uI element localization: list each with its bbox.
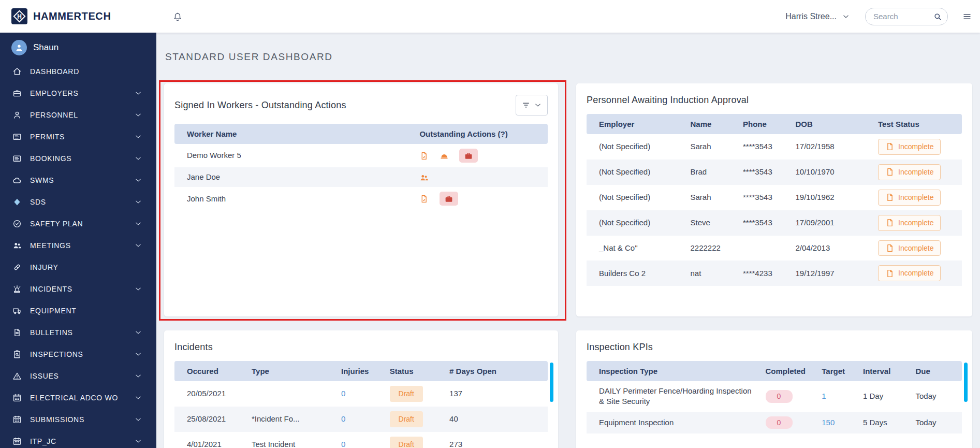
chevron-down-icon bbox=[134, 371, 143, 381]
main-content: STANDARD USER DASHBOARD Signed In Worker… bbox=[156, 33, 980, 448]
search-input[interactable] bbox=[873, 12, 933, 21]
top-bar: H HAMMERTECH Harris Stree... bbox=[0, 0, 980, 33]
hammertech-logo-icon: H bbox=[11, 8, 27, 24]
sidebar-item-itp-jc[interactable]: ITP_JC bbox=[0, 430, 156, 448]
injuries-link[interactable]: 0 bbox=[341, 440, 345, 448]
search-icon[interactable] bbox=[933, 12, 942, 21]
clipboard-search-icon bbox=[12, 350, 22, 359]
table-scrollbar[interactable] bbox=[550, 363, 553, 402]
calendar-grid-icon bbox=[12, 393, 22, 402]
briefcase-alert-action[interactable] bbox=[440, 192, 458, 206]
card-title: Incidents bbox=[174, 342, 213, 353]
cell-completed: 0 bbox=[759, 412, 816, 434]
notifications-button[interactable] bbox=[173, 12, 182, 21]
people-group-icon bbox=[419, 173, 429, 182]
cell-occured: 4/01/2021 bbox=[174, 432, 245, 448]
briefcase-alert-action[interactable] bbox=[459, 149, 478, 163]
booking-card-icon bbox=[12, 154, 22, 163]
person-icon bbox=[12, 110, 22, 120]
cell-worker-name: John Smith bbox=[174, 187, 413, 210]
cell-phone: ****3543 bbox=[737, 160, 789, 185]
truck-icon bbox=[12, 306, 22, 315]
cell-phone: ****3543 bbox=[737, 185, 789, 210]
injuries-link[interactable]: 0 bbox=[341, 414, 345, 423]
cell-dob: 17/09/2001 bbox=[789, 210, 872, 236]
sidebar-item-equipment[interactable]: EQUIPMENT bbox=[0, 300, 156, 322]
sidebar-item-inspections[interactable]: INSPECTIONS bbox=[0, 343, 156, 365]
sidebar-item-safety-plan[interactable]: SAFETY PLAN bbox=[0, 213, 156, 235]
table-row: 4/01/2021 Test Incident 0 Draft 273 bbox=[174, 432, 548, 448]
hard-hat-action[interactable] bbox=[440, 151, 449, 161]
cell-phone: ****4233 bbox=[737, 261, 789, 286]
document-action[interactable] bbox=[419, 194, 429, 204]
column-header-phone: Phone bbox=[737, 114, 789, 134]
site-selector[interactable]: Harris Stree... bbox=[785, 12, 851, 21]
cell-target: 150 bbox=[815, 412, 857, 434]
target-link[interactable]: 150 bbox=[822, 418, 835, 427]
cell-occured: 25/08/2021 bbox=[174, 407, 245, 432]
sidebar-item-issues[interactable]: ISSUES bbox=[0, 365, 156, 387]
sidebar-item-employers[interactable]: EMPLOYERS bbox=[0, 82, 156, 104]
sidebar-item-personnel[interactable]: PERSONNEL bbox=[0, 104, 156, 126]
cell-test-status: Incomplete bbox=[872, 210, 962, 236]
cell-employer: Builders Co 2 bbox=[587, 261, 684, 286]
chevron-down-icon bbox=[134, 132, 143, 141]
sidebar-item-electrical-adco-wo[interactable]: ELECTRICAL ADCO WO bbox=[0, 387, 156, 409]
table-scrollbar[interactable] bbox=[964, 363, 968, 402]
column-header-due: Due bbox=[910, 361, 962, 381]
sidebar-item-meetings[interactable]: MEETINGS bbox=[0, 235, 156, 256]
column-header-test-status: Test Status bbox=[872, 114, 962, 134]
sidebar-item-bulletins[interactable]: BULLETINS bbox=[0, 322, 156, 343]
hard-hat-icon bbox=[440, 151, 449, 161]
people-group-action[interactable] bbox=[419, 173, 429, 182]
person-icon bbox=[14, 43, 24, 52]
sidebar-item-bookings[interactable]: BOOKINGS bbox=[0, 148, 156, 169]
chevron-down-icon bbox=[134, 350, 143, 359]
cell-outstanding-actions bbox=[413, 187, 548, 210]
cell-phone: ****3543 bbox=[737, 210, 789, 236]
document-action[interactable] bbox=[419, 151, 429, 161]
card-personnel-awaiting: Personnel Awaiting Induction Approval Em… bbox=[576, 83, 972, 316]
sidebar-item-sds[interactable]: SDS bbox=[0, 191, 156, 213]
chevron-down-icon bbox=[134, 197, 143, 207]
sidebar-item-submissions[interactable]: SUBMISSIONS bbox=[0, 409, 156, 430]
cell-name: 2222222 bbox=[684, 236, 737, 261]
cell-type: Test Incident bbox=[245, 432, 335, 448]
target-link[interactable]: 1 bbox=[822, 392, 826, 400]
status-badge-incomplete: Incomplete bbox=[878, 240, 941, 256]
card-inspection-kpis: Inspection KPIs Inspection Type Complete… bbox=[576, 330, 972, 448]
column-header-injuries: Injuries bbox=[335, 361, 384, 381]
sidebar-item-dashboard[interactable]: DASHBOARD bbox=[0, 61, 156, 82]
document-icon bbox=[12, 328, 22, 337]
briefcase-icon bbox=[444, 194, 454, 204]
brand-name: HAMMERTECH bbox=[33, 10, 111, 22]
sidebar-item-swms[interactable]: SWMS bbox=[0, 169, 156, 191]
status-badge-incomplete: Incomplete bbox=[878, 265, 941, 281]
column-header-status: Status bbox=[384, 361, 443, 381]
column-header-employer: Employer bbox=[587, 114, 684, 134]
cell-injuries: 0 bbox=[335, 381, 384, 407]
cell-employer: (Not Specified) bbox=[587, 185, 684, 210]
diamond-icon bbox=[12, 197, 22, 207]
cell-dob: 2/04/2013 bbox=[789, 236, 872, 261]
chevron-down-icon bbox=[533, 100, 543, 110]
injuries-link[interactable]: 0 bbox=[341, 389, 345, 398]
cell-days-open: 137 bbox=[443, 381, 548, 407]
cell-name: Sarah bbox=[684, 185, 737, 210]
briefcase-icon bbox=[12, 89, 22, 98]
sidebar-item-injury[interactable]: INJURY bbox=[0, 256, 156, 278]
column-header-type: Type bbox=[245, 361, 335, 381]
card-signed-in-workers: Signed In Workers - Outstanding Actions … bbox=[164, 83, 558, 316]
table-row: _Nat & Co" 2222222 2/04/2013 Incomplete bbox=[587, 236, 962, 261]
document-icon bbox=[885, 269, 895, 278]
cell-interval: 1 Day bbox=[857, 381, 910, 412]
hammertech-logo[interactable]: H HAMMERTECH bbox=[0, 8, 156, 24]
filter-button[interactable] bbox=[516, 95, 548, 115]
siren-icon bbox=[12, 284, 22, 294]
cell-phone bbox=[737, 236, 789, 261]
user-profile[interactable]: Shaun bbox=[0, 33, 156, 61]
sidebar-item-permits[interactable]: PERMITS bbox=[0, 126, 156, 148]
chevron-down-icon bbox=[134, 110, 143, 120]
menu-button[interactable] bbox=[962, 12, 972, 21]
sidebar-item-incidents[interactable]: INCIDENTS bbox=[0, 278, 156, 300]
